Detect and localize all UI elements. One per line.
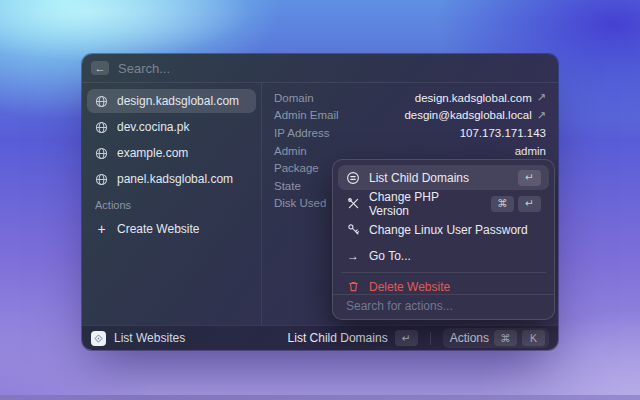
detail-value-text: desgin@kadsglobal.local	[404, 109, 531, 121]
wrench-icon	[346, 197, 360, 210]
detail-label: Admin	[274, 145, 307, 157]
detail-label: IP Address	[274, 127, 329, 139]
primary-action-button[interactable]: List Child Domains ↵	[288, 330, 418, 346]
return-key-badge: ↵	[518, 196, 541, 212]
key-icon	[346, 223, 360, 236]
sidebar-item-label: design.kadsglobal.com	[117, 94, 239, 108]
sidebar-item-design-kadsglobal[interactable]: design.kadsglobal.com	[87, 89, 256, 113]
globe-icon	[95, 95, 108, 108]
detail-value-link[interactable]: design.kadsglobal.com ↗	[415, 91, 546, 104]
external-link-icon: ↗	[537, 109, 546, 122]
detail-label: State	[274, 180, 301, 192]
globe-icon	[95, 121, 108, 134]
detail-label: Domain	[274, 92, 314, 104]
menu-item-label: Go To...	[369, 249, 411, 263]
return-key-badge: ↵	[395, 330, 418, 346]
detail-label: Admin Email	[274, 109, 339, 121]
menu-item-change-linux-user-password[interactable]: Change Linux User Password	[338, 217, 549, 242]
command-key-badge: ⌘	[491, 196, 514, 212]
menu-item-label: Change PHP Version	[369, 190, 482, 218]
menu-item-list-child-domains[interactable]: List Child Domains ↵	[338, 165, 549, 190]
desktop-wallpaper: ← Search... design.kadsglobal.com	[0, 0, 640, 400]
globe-icon	[95, 173, 108, 186]
menu-scroll-clip: Delete Website	[338, 282, 549, 294]
menu-item-change-php-version[interactable]: Change PHP Version ⌘ ↵	[338, 191, 549, 216]
sidebar-item-label: Create Website	[117, 222, 199, 236]
wallpaper-bottom-strip	[0, 395, 640, 400]
detail-row-admin-email: Admin Email desgin@kadsglobal.local ↗	[274, 107, 546, 125]
detail-value-text: 107.173.171.143	[460, 127, 546, 139]
actions-panel-button[interactable]: Actions ⌘ K	[443, 328, 549, 348]
actions-menu-list: List Child Domains ↵ Change PHP Version …	[333, 160, 554, 269]
sidebar-section-actions: Actions	[95, 199, 248, 211]
sidebar-item-label: example.com	[117, 146, 188, 160]
detail-label: Disk Used	[274, 197, 326, 209]
return-key-badge: ↵	[518, 170, 541, 186]
diamond-icon	[94, 334, 103, 343]
list-circle-icon	[346, 171, 360, 185]
k-key-badge: K	[522, 330, 545, 346]
app-icon	[91, 331, 106, 346]
plus-icon: +	[95, 222, 108, 236]
external-link-icon: ↗	[537, 91, 546, 104]
detail-value-text: design.kadsglobal.com	[415, 92, 532, 104]
actions-search-input[interactable]: Search for actions...	[333, 294, 554, 319]
menu-item-label: List Child Domains	[369, 171, 469, 185]
menu-item-label: Delete Website	[369, 282, 450, 294]
detail-row-admin: Admin admin	[274, 142, 546, 160]
sidebar-item-panel-kadsglobal[interactable]: panel.kadsglobal.com	[87, 167, 256, 191]
detail-label: Package	[274, 162, 319, 174]
sidebar-item-create-website[interactable]: + Create Website	[87, 217, 256, 241]
actions-popup-menu: List Child Domains ↵ Change PHP Version …	[332, 159, 555, 320]
detail-row-ip-address: IP Address 107.173.171.143	[274, 124, 546, 142]
sidebar-item-dev-cocina[interactable]: dev.cocina.pk	[87, 115, 256, 139]
status-bar: List Websites List Child Domains ↵ Actio…	[82, 325, 558, 350]
arrow-right-icon: →	[346, 250, 360, 262]
menu-item-go-to[interactable]: → Go To...	[338, 243, 549, 268]
search-input[interactable]: Search...	[118, 61, 170, 76]
arrow-left-icon: ←	[95, 63, 106, 74]
sidebar-item-example[interactable]: example.com	[87, 141, 256, 165]
back-button[interactable]: ←	[91, 61, 109, 75]
menu-item-delete-website[interactable]: Delete Website	[338, 282, 549, 294]
primary-action-label: List Child Domains	[288, 331, 388, 345]
detail-value-link[interactable]: desgin@kadsglobal.local ↗	[404, 109, 546, 122]
detail-row-domain: Domain design.kadsglobal.com ↗	[274, 89, 546, 107]
status-divider	[430, 332, 431, 345]
sidebar: design.kadsglobal.com dev.cocina.pk	[82, 83, 262, 325]
sidebar-item-label: panel.kadsglobal.com	[117, 172, 233, 186]
detail-value-text: admin	[515, 145, 546, 157]
trash-icon	[346, 282, 360, 294]
search-bar: ← Search...	[82, 54, 558, 83]
actions-button-label: Actions	[450, 331, 489, 345]
globe-icon	[95, 147, 108, 160]
menu-item-label: Change Linux User Password	[369, 223, 528, 237]
sidebar-item-label: dev.cocina.pk	[117, 120, 190, 134]
status-app-label: List Websites	[114, 331, 185, 345]
menu-separator	[341, 272, 546, 273]
command-key-badge: ⌘	[494, 330, 517, 346]
command-palette-window: ← Search... design.kadsglobal.com	[82, 54, 558, 350]
